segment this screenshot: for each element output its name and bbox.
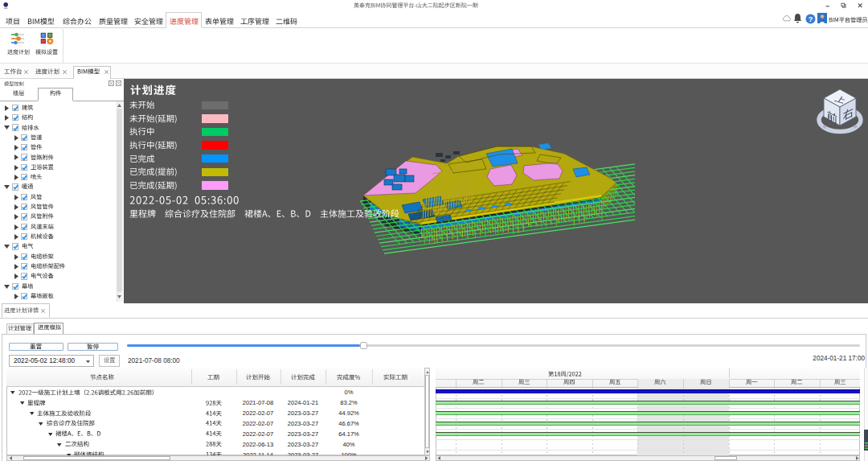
svg-text:?: ? (809, 15, 813, 23)
